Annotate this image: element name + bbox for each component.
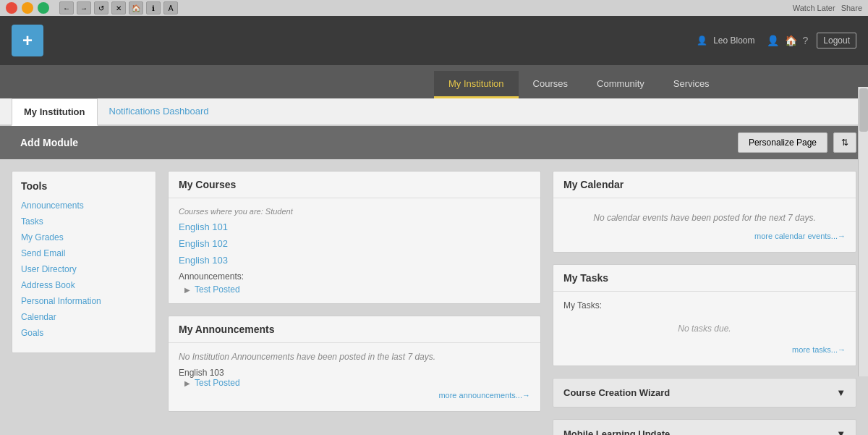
nav-item-my-institution[interactable]: My Institution — [434, 71, 519, 98]
tools-title: Tools — [21, 180, 147, 192]
text-icon[interactable]: A — [163, 1, 178, 14]
my-calendar-title: My Calendar — [553, 172, 856, 198]
nav-item-community[interactable]: Community — [582, 71, 659, 98]
stop-icon[interactable]: ✕ — [111, 1, 126, 14]
scrollbar[interactable] — [858, 87, 868, 376]
announcement-course-name: English 103 — [179, 368, 530, 378]
mobile-learning-module[interactable]: Mobile Learning Update ▼ — [553, 419, 856, 435]
announcements-label: Announcements: — [179, 271, 530, 282]
back-icon[interactable]: ← — [59, 1, 74, 14]
no-tasks-text: No tasks due. — [563, 315, 846, 342]
scrollbar-thumb[interactable] — [859, 88, 868, 132]
browser-toolbar-icons: ← → ↺ ✕ 🏠 ℹ A — [59, 1, 178, 14]
my-tasks-title: My Tasks — [553, 265, 856, 292]
toolbar: Add Module Personalize Page ⇅ — [0, 126, 868, 159]
course-english-101[interactable]: English 101 — [179, 221, 530, 232]
home-icon[interactable]: 🏠 — [129, 1, 143, 14]
forward-icon[interactable]: → — [77, 1, 91, 14]
close-btn[interactable] — [6, 2, 17, 14]
browser-bar-right: Watch Later Share — [793, 4, 862, 12]
user-name: Leo Bloom — [713, 35, 754, 46]
nav-item-courses[interactable]: Courses — [519, 71, 582, 98]
tab-my-institution[interactable]: My Institution — [12, 98, 98, 126]
personalize-page-button[interactable]: Personalize Page — [738, 132, 827, 153]
test-posted-link-announcements[interactable]: Test Posted — [195, 378, 240, 388]
sidebar-calendar[interactable]: Calendar — [21, 312, 147, 322]
chevron-icon: ▶ — [184, 286, 190, 294]
my-calendar-body: No calendar events have been posted for … — [553, 198, 856, 252]
header-nav-right: 👤 Leo Bloom 👤 🏠 ? Logout — [697, 33, 856, 48]
watch-later-link[interactable]: Watch Later — [793, 4, 835, 12]
collapse-icon-2: ▼ — [836, 428, 846, 435]
sidebar-personal-information[interactable]: Personal Information — [21, 296, 147, 306]
home-nav-icon[interactable]: 🏠 — [785, 35, 797, 46]
no-announcements-text: No Institution Announcements have been p… — [179, 352, 530, 362]
mobile-learning-header[interactable]: Mobile Learning Update ▼ — [553, 420, 856, 435]
person-icon[interactable]: 👤 — [767, 35, 779, 46]
my-calendar-module: My Calendar No calendar events have been… — [553, 171, 856, 253]
my-courses-body: Courses where you are: Student English 1… — [169, 198, 540, 303]
my-courses-title: My Courses — [169, 172, 540, 198]
more-calendar-link[interactable]: more calendar events...→ — [563, 229, 846, 243]
course-english-103[interactable]: English 103 — [179, 255, 530, 266]
tasks-label: My Tasks: — [563, 300, 846, 311]
middle-col: My Courses Courses where you are: Studen… — [168, 171, 541, 435]
my-announcements-title: My Announcements — [169, 316, 540, 343]
mobile-learning-title: Mobile Learning Update — [563, 428, 670, 435]
course-english-102[interactable]: English 102 — [179, 238, 530, 249]
right-col: My Calendar No calendar events have been… — [553, 171, 856, 435]
sidebar-goals[interactable]: Goals — [21, 328, 147, 338]
reload-icon[interactable]: ↺ — [94, 1, 109, 14]
sidebar-address-book[interactable]: Address Book — [21, 280, 147, 290]
course-creation-header[interactable]: Course Creation Wizard ▼ — [553, 379, 856, 407]
add-module-button[interactable]: Add Module — [12, 131, 87, 154]
announcement-item-2: ▶ Test Posted — [184, 378, 530, 388]
add-button[interactable]: + — [12, 25, 43, 56]
sidebar-user-directory[interactable]: User Directory — [21, 264, 147, 274]
user-icon: 👤 — [697, 35, 707, 46]
more-tasks-link[interactable]: more tasks...→ — [563, 342, 846, 357]
minimize-btn[interactable] — [22, 2, 33, 14]
sort-button[interactable]: ⇅ — [833, 132, 856, 153]
share-link[interactable]: Share — [841, 4, 862, 12]
no-calendar-events-text: No calendar events have been posted for … — [563, 207, 846, 229]
chevron-icon-2: ▶ — [184, 379, 190, 387]
course-creation-module[interactable]: Course Creation Wizard ▼ — [553, 378, 856, 407]
test-posted-link-courses[interactable]: Test Posted — [195, 284, 240, 295]
course-creation-title: Course Creation Wizard — [563, 387, 670, 398]
user-info: 👤 Leo Bloom — [697, 35, 754, 46]
header-nav-icons: 👤 🏠 ? — [767, 35, 809, 46]
sidebar-send-email[interactable]: Send Email — [21, 248, 147, 258]
app-header: + 👤 Leo Bloom 👤 🏠 ? Logout — [0, 16, 868, 65]
announcement-item-1: ▶ Test Posted — [184, 284, 530, 295]
main-content: Tools Announcements Tasks My Grades Send… — [0, 159, 868, 435]
my-announcements-module: My Announcements No Institution Announce… — [168, 316, 541, 412]
tabs-row: My Institution Notifications Dashboard — [0, 98, 868, 126]
toolbar-right: Personalize Page ⇅ — [738, 132, 856, 153]
more-announcements-link[interactable]: more announcements...→ — [179, 388, 530, 402]
tools-sidebar: Tools Announcements Tasks My Grades Send… — [12, 171, 156, 353]
help-icon[interactable]: ? — [803, 35, 809, 46]
browser-bar: ← → ↺ ✕ 🏠 ℹ A Watch Later Share — [0, 0, 868, 16]
sidebar-tasks[interactable]: Tasks — [21, 216, 147, 227]
my-tasks-module: My Tasks My Tasks: No tasks due. more ta… — [553, 264, 856, 366]
my-announcements-body: No Institution Announcements have been p… — [169, 343, 540, 411]
collapse-icon: ▼ — [836, 387, 846, 398]
sidebar-announcements[interactable]: Announcements — [21, 200, 147, 211]
my-tasks-body: My Tasks: No tasks due. more tasks...→ — [553, 292, 856, 366]
page-wrapper: ← → ↺ ✕ 🏠 ℹ A Watch Later Share + 👤 Leo … — [0, 0, 868, 435]
sidebar-my-grades[interactable]: My Grades — [21, 232, 147, 242]
tab-notifications-dashboard[interactable]: Notifications Dashboard — [98, 98, 221, 126]
main-nav: My Institution Courses Community Service… — [0, 65, 868, 98]
my-courses-module: My Courses Courses where you are: Studen… — [168, 171, 541, 304]
info-icon[interactable]: ℹ — [146, 1, 161, 14]
maximize-btn[interactable] — [38, 2, 49, 14]
logout-button[interactable]: Logout — [817, 33, 856, 48]
courses-subtitle: Courses where you are: Student — [179, 207, 530, 216]
nav-item-services[interactable]: Services — [659, 71, 724, 98]
